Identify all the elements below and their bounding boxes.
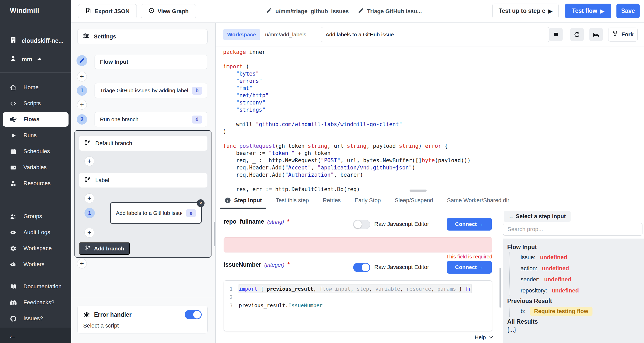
step-number-circle: 1 [77, 85, 87, 96]
sidebar-item-schedules[interactable]: Schedules [0, 143, 71, 159]
sidebar-item-workspace[interactable]: Workspace [0, 240, 71, 256]
test-up-to-step-label: Test up to step e [499, 7, 545, 14]
sidebar-item-groups[interactable]: Groups [0, 208, 71, 224]
repo-fullname-input[interactable] [224, 237, 492, 252]
sidebar-item-label: Groups [23, 213, 42, 220]
select-step-input-header[interactable]: ← Select a step input [504, 211, 571, 222]
sidebar-item-runs[interactable]: Runs [0, 127, 71, 143]
flow-input-node[interactable]: Flow Input [95, 55, 207, 69]
tab-step-input[interactable]: Step Input [224, 192, 262, 209]
fork-button[interactable]: Fork [608, 28, 638, 42]
tab-test-this-step[interactable]: Test this step [276, 192, 309, 209]
sidebar-item-variables[interactable]: Variables [0, 159, 71, 175]
prop-entry-action[interactable]: action:undefined [521, 263, 640, 274]
search-prop-input[interactable] [503, 223, 642, 236]
prop-entry-b[interactable]: b:Require testing flow [521, 306, 640, 317]
field-label-repo-fullname: repo_fullname (string) * [224, 218, 290, 225]
prop-value: Require testing flow [530, 307, 592, 316]
code-line: "fmt" [223, 85, 644, 92]
tab-label: Sleep/Suspend [395, 197, 433, 204]
default-branch-node[interactable]: Default branch [79, 136, 207, 151]
prop-key: repository: [521, 287, 547, 294]
js-expression-editor[interactable]: 1import { previous_result, flow_input, s… [224, 280, 492, 331]
pencil-icon [358, 7, 364, 15]
test-up-to-step-button[interactable]: Test up to step e ▶ [492, 4, 559, 18]
sidebar-item-label: Workspace [23, 245, 52, 252]
prop-entry-sender[interactable]: sender:undefined [521, 274, 640, 285]
sidebar-item-label: Home [23, 84, 39, 91]
connect-button-repo-fullname[interactable]: Connect → [447, 218, 492, 231]
github-icon [10, 315, 17, 322]
tab-same-worker-shared-dir[interactable]: Same Worker/Shared dir [447, 192, 509, 209]
all-results-json[interactable]: {...} [507, 326, 640, 333]
add-step-button[interactable]: + [77, 100, 87, 110]
sidebar-item-workers[interactable]: Workers [0, 256, 71, 272]
help-link[interactable]: Help [475, 334, 486, 340]
step-name: Add labels to a GitHub issue [116, 210, 182, 216]
tab-retries[interactable]: Retries [323, 192, 341, 209]
raw-js-toggle-issue-number[interactable] [353, 263, 370, 272]
flow-step-node[interactable]: Run one branch d [95, 112, 207, 127]
prop-entry-repository[interactable]: repository:undefined [521, 285, 640, 296]
js-code-line: 3previous_result.IssueNumber [224, 301, 492, 309]
sidebar-item-home[interactable]: Home [0, 79, 71, 95]
error-handler-subtitle[interactable]: Select a script [83, 322, 202, 329]
horizontal-scrollbar-thumb[interactable] [410, 190, 427, 192]
add-step-button[interactable]: + [77, 259, 87, 268]
refresh-icon[interactable] [570, 28, 584, 41]
app-logo: Windmill [10, 7, 39, 15]
add-step-button[interactable]: + [84, 193, 94, 203]
breadcrumb-flow-title[interactable]: Triage GitHub issu... [358, 0, 422, 23]
add-step-button[interactable]: + [84, 228, 94, 238]
workspace-selector[interactable]: cloudskiff-ne... [9, 36, 63, 45]
sidebar-item-label: Flows [23, 116, 39, 123]
sidebar-item-scripts[interactable]: Scripts [0, 95, 71, 111]
chevron-down-icon[interactable] [489, 334, 493, 339]
sidebar-item-resources[interactable]: Resources [0, 175, 71, 191]
user-menu[interactable]: mm [9, 55, 42, 64]
error-handler-card: Error handler Select a script [77, 306, 208, 333]
go-code-editor[interactable]: package inner import ( "bytes" "errors" … [216, 46, 644, 192]
sidebar-item-label: Scripts [23, 100, 41, 107]
connect-button-issue-number[interactable]: Connect → [447, 261, 492, 274]
collapse-sidebar-icon[interactable]: ← [8, 331, 17, 340]
sidebar-item-feedbacks[interactable]: Feedbacks? [0, 295, 71, 311]
export-json-button[interactable]: Export JSON [78, 4, 137, 18]
step-name: Run one branch [100, 116, 188, 123]
label-branch-node[interactable]: Label [79, 173, 207, 187]
add-step-button[interactable]: + [84, 156, 94, 166]
view-graph-button[interactable]: View Graph [141, 4, 196, 18]
test-flow-button[interactable]: Test flow ▶ [565, 4, 611, 18]
stop-button[interactable] [549, 28, 563, 41]
prop-entry-issue[interactable]: issue:undefined [521, 252, 640, 263]
calendar-icon [10, 148, 17, 155]
code-line: package inner [223, 48, 644, 56]
flow-step-node[interactable]: Triage GitHub issues by adding labels ..… [95, 83, 207, 98]
save-label: Save [621, 7, 635, 14]
save-button[interactable]: Save [616, 4, 640, 18]
sidebar-item-audit-logs[interactable]: Audit Logs [0, 224, 71, 240]
sidebar-item-documentation[interactable]: Documentation [0, 279, 71, 295]
scrollbar-thumb[interactable] [214, 222, 215, 246]
error-handler-toggle[interactable] [185, 310, 202, 319]
gear-icon [10, 245, 17, 252]
sidebar-item-label: Issues? [23, 315, 43, 322]
scrollbar-thumb[interactable] [499, 268, 501, 308]
code-icon [10, 100, 17, 107]
step-summary-input[interactable] [321, 27, 549, 42]
selected-step-node[interactable]: Add labels to a GitHub issue e ✕ [110, 202, 202, 224]
sidebar-item-flows[interactable]: Flows [3, 112, 69, 127]
remove-step-icon[interactable]: ✕ [197, 199, 205, 207]
prop-entry-list: b:Require testing flow [509, 306, 640, 317]
diff-editor-icon[interactable] [589, 28, 603, 41]
add-branch-button[interactable]: Add branch [79, 242, 130, 255]
raw-js-toggle-repo-fullname[interactable] [353, 220, 370, 229]
add-step-button[interactable]: + [77, 72, 87, 81]
breadcrumb-flow-path[interactable]: u/mm/triage_github_issues [266, 0, 349, 23]
field-label-issue-number: issueNumber (integer) * [224, 261, 290, 268]
tab-sleep-suspend[interactable]: Sleep/Suspend [395, 192, 433, 209]
flow-settings-button[interactable]: Settings [77, 29, 208, 44]
line-number: 2 [224, 293, 239, 301]
tab-early-stop[interactable]: Early Stop [355, 192, 381, 209]
sidebar-item-issues[interactable]: Issues? [0, 311, 71, 326]
